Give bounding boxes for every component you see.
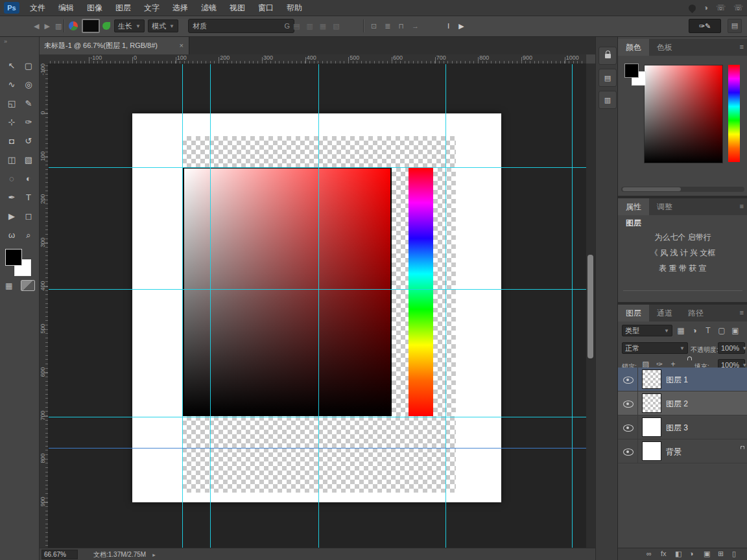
menu-item-2[interactable]: 图像 bbox=[80, 0, 109, 16]
layer-thumbnail[interactable] bbox=[642, 393, 661, 413]
healing-brush-tool[interactable]: ⊹ bbox=[4, 115, 19, 130]
menu-item-0[interactable]: 文件 bbox=[23, 0, 52, 16]
properties-panel-tab-0[interactable]: 属性 bbox=[618, 198, 649, 215]
type-cursor-icon[interactable]: Ⅰ bbox=[447, 22, 449, 30]
layers-panel-tab-2[interactable]: 路径 bbox=[680, 305, 711, 321]
color-panel-tab-0[interactable]: 颜色 bbox=[618, 39, 649, 56]
collapsed-lock-panel-icon[interactable] bbox=[599, 47, 617, 65]
menu-item-9[interactable]: 帮助 bbox=[280, 0, 309, 16]
type-tool[interactable]: T bbox=[21, 190, 36, 205]
vertical-ruler[interactable]: -1000100200300400500600700800900 bbox=[39, 64, 49, 548]
visibility-eye-icon[interactable] bbox=[623, 377, 634, 384]
filter-type-icon[interactable]: T bbox=[702, 326, 714, 335]
guide-vertical-4[interactable] bbox=[572, 64, 573, 548]
foreground-color-swatch[interactable] bbox=[5, 249, 22, 266]
menu-item-3[interactable]: 图层 bbox=[109, 0, 137, 16]
menu-item-4[interactable]: 文字 bbox=[137, 0, 166, 16]
layers-panel-menu-icon[interactable]: ≡ bbox=[740, 309, 744, 316]
layers-panel-tab-0[interactable]: 图层 bbox=[618, 305, 649, 321]
layer-thumbnail[interactable] bbox=[642, 369, 661, 389]
new-group-icon[interactable]: ▣ bbox=[704, 550, 710, 558]
color-panel-scrollbar-thumb[interactable] bbox=[622, 187, 681, 191]
material-search-input[interactable]: 材质 G bbox=[188, 19, 294, 33]
layer-mask-icon[interactable]: ◧ bbox=[675, 550, 682, 558]
color-panel-saturation-square[interactable] bbox=[644, 65, 723, 163]
guide-horizontal-2[interactable] bbox=[48, 417, 586, 417]
new-layer-icon[interactable]: ⊞ bbox=[718, 550, 724, 558]
hand-tool[interactable]: ω bbox=[4, 228, 19, 243]
guide-vertical-0[interactable] bbox=[182, 64, 183, 548]
screen-mode-button[interactable] bbox=[21, 280, 35, 291]
zoom-level-field[interactable]: 66.67% bbox=[42, 550, 78, 559]
menu-item-1[interactable]: 编辑 bbox=[52, 0, 80, 16]
canvas-area[interactable] bbox=[48, 64, 586, 548]
menu-item-6[interactable]: 滤镜 bbox=[195, 0, 223, 16]
3d-sphere-icon[interactable] bbox=[69, 21, 78, 30]
layer-row-2[interactable]: 图层 3 bbox=[618, 415, 747, 439]
adjustment-layer-icon[interactable]: ◑ bbox=[689, 550, 694, 557]
visibility-eye-icon[interactable] bbox=[623, 449, 634, 456]
panel-toggle-button[interactable]: ▤ bbox=[728, 19, 742, 33]
visibility-eye-icon[interactable] bbox=[623, 401, 634, 408]
canvas-scrollbar[interactable] bbox=[586, 64, 595, 548]
horizontal-ruler[interactable]: -10001002003004005006007008009001000 bbox=[48, 54, 586, 64]
eyedropper-tool[interactable]: ✎ bbox=[21, 96, 36, 111]
canvas-scrollbar-thumb[interactable] bbox=[587, 255, 593, 358]
layer-row-0[interactable]: 图层 1 bbox=[618, 368, 747, 391]
layer-row-1[interactable]: 图层 2 bbox=[618, 391, 747, 415]
marquee-tool[interactable]: ▢ bbox=[21, 58, 36, 74]
guide-vertical-2[interactable] bbox=[318, 64, 319, 548]
link-layers-icon[interactable]: ∞ bbox=[646, 550, 652, 557]
align-center-icon[interactable]: ▥ bbox=[306, 22, 313, 30]
move-tool[interactable]: ↖ bbox=[4, 58, 19, 74]
color-panel-tab-1[interactable]: 色板 bbox=[649, 39, 680, 56]
opacity-field[interactable]: 100%▼ bbox=[718, 342, 745, 354]
layer-style-icon[interactable]: fx bbox=[661, 550, 667, 557]
properties-panel-menu-icon[interactable]: ≡ bbox=[740, 202, 744, 210]
align-left-icon[interactable]: ▤ bbox=[293, 22, 300, 30]
history-brush-tool[interactable]: ↺ bbox=[21, 134, 36, 149]
goto-icon[interactable]: → bbox=[412, 22, 419, 30]
close-icon[interactable]: × bbox=[180, 41, 184, 49]
play-selection-icon[interactable]: ▶ bbox=[458, 22, 464, 30]
options-select-1[interactable]: 生长▼ bbox=[114, 19, 145, 32]
show-grid-icon[interactable]: ≣ bbox=[385, 22, 390, 30]
color-panel-scrollbar[interactable] bbox=[621, 187, 744, 192]
guide-vertical-1[interactable] bbox=[210, 64, 211, 548]
zoom-tool[interactable]: ⌕ bbox=[21, 228, 36, 243]
filter-pixel-icon[interactable]: ▦ bbox=[675, 326, 687, 335]
guide-horizontal-3[interactable] bbox=[48, 448, 586, 449]
delete-layer-icon[interactable]: ▯ bbox=[732, 550, 736, 558]
lasso-tool[interactable]: ∿ bbox=[4, 77, 19, 93]
brush-tool[interactable]: ✑ bbox=[21, 115, 36, 130]
guide-vertical-3[interactable] bbox=[445, 64, 446, 548]
bridge-app-icon[interactable]: ☏ bbox=[716, 3, 726, 12]
guide-horizontal-0[interactable] bbox=[48, 167, 586, 168]
preset-panel-icon[interactable]: ▥ bbox=[55, 22, 62, 30]
blur-tool[interactable]: ◌ bbox=[4, 171, 19, 187]
transform-icon[interactable]: ⊡ bbox=[371, 22, 377, 30]
status-options-arrow[interactable]: ▸ bbox=[152, 552, 156, 558]
properties-panel-tab-1[interactable]: 调整 bbox=[649, 198, 680, 215]
quick-selection-tool[interactable]: ◎ bbox=[21, 77, 36, 93]
dodge-tool[interactable]: ◐ bbox=[21, 171, 36, 187]
toolbar-collapse-icon[interactable]: » bbox=[4, 38, 7, 45]
share-circle-icon[interactable]: ◑ bbox=[704, 3, 708, 12]
menu-item-7[interactable]: 视图 bbox=[223, 0, 252, 16]
options-select-2[interactable]: 模式▼ bbox=[148, 19, 178, 32]
snap-icon[interactable]: ⊓ bbox=[398, 22, 404, 30]
workspace-switcher-button[interactable]: ✑✎ bbox=[689, 19, 721, 33]
layer-thumbnail[interactable] bbox=[642, 441, 661, 461]
sync-app-icon[interactable]: ☏ bbox=[733, 3, 743, 12]
gradient-tool[interactable]: ▧ bbox=[21, 152, 36, 168]
collapsed-panel-icon-1[interactable]: ▤ bbox=[599, 69, 617, 87]
color-panel-menu-icon[interactable]: ≡ bbox=[740, 43, 744, 51]
clone-stamp-tool[interactable]: ◘ bbox=[4, 134, 19, 149]
path-selection-tool[interactable]: ▶ bbox=[4, 209, 19, 224]
color-panel-hue-strip[interactable] bbox=[728, 65, 740, 162]
layers-panel-tab-1[interactable]: 通道 bbox=[649, 305, 680, 321]
layer-filter-type-select[interactable]: 类型▼ bbox=[622, 325, 672, 336]
blend-mode-select[interactable]: 正常▼ bbox=[622, 342, 688, 354]
location-pin-icon[interactable] bbox=[687, 3, 697, 13]
filter-shape-icon[interactable]: ▢ bbox=[716, 326, 728, 335]
